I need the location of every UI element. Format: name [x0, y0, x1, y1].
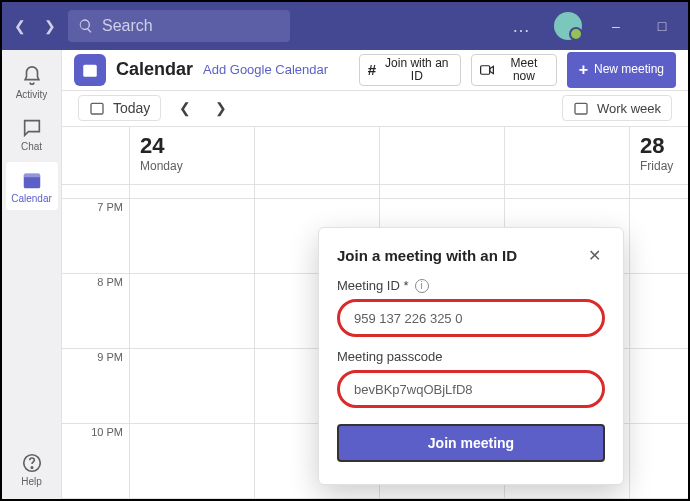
prev-week[interactable]: ❮	[173, 96, 197, 120]
calendar-small-icon	[89, 100, 105, 116]
time-scale: 7 PM 8 PM 9 PM 10 PM	[62, 127, 130, 499]
day-header: 24 Monday	[130, 127, 254, 185]
meet-now-label: Meet now	[500, 57, 547, 83]
calendar-grid: 7 PM 8 PM 9 PM 10 PM 24 Monday	[62, 127, 688, 499]
join-id-label: Join with an ID	[382, 57, 452, 83]
svg-rect-4	[83, 65, 97, 77]
titlebar: ❮ ❯ Search … – □	[2, 2, 688, 50]
bell-icon	[21, 65, 43, 87]
hour-label: 8 PM	[97, 276, 123, 288]
help-icon	[21, 452, 43, 474]
toolbar: Calendar Add Google Calendar # Join with…	[62, 50, 688, 91]
svg-rect-6	[91, 104, 103, 115]
sidebar-item-activity[interactable]: Activity	[6, 58, 58, 106]
meeting-id-input[interactable]: 959 137 226 325 0	[337, 299, 605, 337]
svg-rect-5	[480, 66, 489, 75]
nav-forward[interactable]: ❯	[38, 14, 62, 38]
day-name: Monday	[140, 159, 244, 173]
new-meeting-button[interactable]: + New meeting	[567, 52, 676, 88]
meeting-id-value: 959 137 226 325 0	[354, 311, 462, 326]
close-icon[interactable]: ✕	[583, 244, 605, 266]
sidebar-item-chat[interactable]: Chat	[6, 110, 58, 158]
passcode-value: bevBKp7wqOBjLfD8	[354, 382, 473, 397]
calendar-app-icon	[74, 54, 106, 86]
join-meeting-button[interactable]: Join meeting	[337, 424, 605, 462]
join-meeting-dialog: Join a meeting with an ID ✕ Meeting ID *…	[318, 227, 624, 485]
calendar-small-icon	[573, 100, 589, 116]
sidebar-label: Help	[21, 476, 42, 487]
add-google-calendar[interactable]: Add Google Calendar	[203, 62, 328, 77]
today-button[interactable]: Today	[78, 95, 161, 121]
info-icon[interactable]: i	[415, 279, 429, 293]
next-week[interactable]: ❯	[209, 96, 233, 120]
sidebar: Activity Chat Calendar Help	[2, 50, 62, 499]
new-meeting-label: New meeting	[594, 63, 664, 76]
plus-icon: +	[579, 61, 588, 79]
avatar[interactable]	[554, 12, 582, 40]
day-column[interactable]: 24 Monday	[130, 127, 255, 499]
window-maximize[interactable]: □	[642, 18, 682, 34]
day-column[interactable]: 28 Friday	[630, 127, 688, 499]
today-label: Today	[113, 100, 150, 116]
meeting-id-label: Meeting ID *	[337, 278, 409, 293]
join-meeting-label: Join meeting	[428, 435, 514, 451]
day-header: 28 Friday	[630, 127, 688, 185]
hour-label: 7 PM	[97, 201, 123, 213]
hour-label: 10 PM	[91, 426, 123, 438]
svg-point-3	[31, 466, 32, 467]
dialog-title: Join a meeting with an ID	[337, 247, 583, 264]
sidebar-label: Calendar	[11, 193, 52, 204]
passcode-label: Meeting passcode	[337, 349, 443, 364]
calendar-subbar: Today ❮ ❯ Work week	[62, 91, 688, 127]
sidebar-item-calendar[interactable]: Calendar	[6, 162, 58, 210]
calendar-icon	[21, 169, 43, 191]
passcode-input[interactable]: bevBKp7wqOBjLfD8	[337, 370, 605, 408]
window-minimize[interactable]: –	[596, 18, 636, 34]
sidebar-label: Chat	[21, 141, 42, 152]
day-number: 24	[140, 133, 244, 159]
hash-icon: #	[368, 62, 376, 79]
join-with-id-button[interactable]: # Join with an ID	[359, 54, 461, 86]
svg-rect-1	[23, 173, 40, 177]
hour-label: 9 PM	[97, 351, 123, 363]
sidebar-item-help[interactable]: Help	[6, 445, 58, 493]
sidebar-label: Activity	[16, 89, 48, 100]
view-selector[interactable]: Work week	[562, 95, 672, 121]
more-icon[interactable]: …	[504, 16, 540, 37]
meet-now-button[interactable]: Meet now	[471, 54, 557, 86]
view-label: Work week	[597, 101, 661, 116]
search-input[interactable]: Search	[68, 10, 290, 42]
svg-rect-7	[575, 104, 587, 115]
day-number: 28	[640, 133, 678, 159]
search-icon	[78, 18, 94, 34]
search-placeholder: Search	[102, 17, 153, 35]
chat-icon	[21, 117, 43, 139]
nav-back[interactable]: ❮	[8, 14, 32, 38]
day-name: Friday	[640, 159, 678, 173]
video-icon	[480, 64, 495, 76]
page-title: Calendar	[116, 59, 193, 80]
